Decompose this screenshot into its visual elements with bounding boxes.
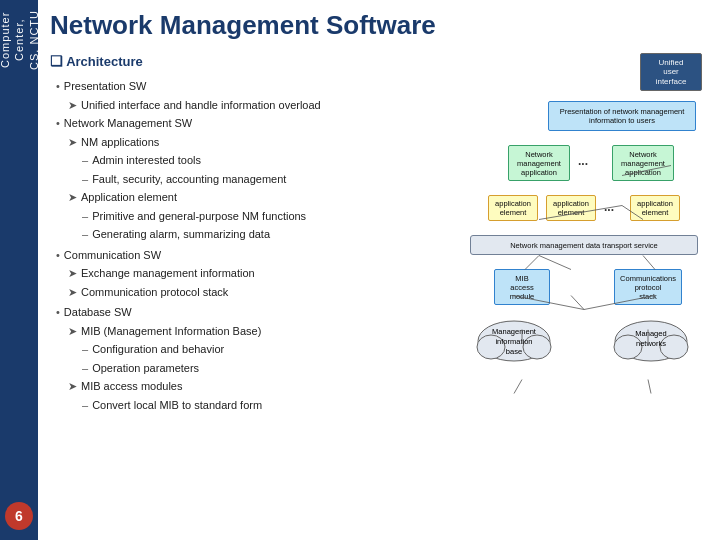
list-item: ➤ Application element xyxy=(68,189,412,206)
text-content: ❑ Architecture • Presentation SW ➤ Unifi… xyxy=(50,51,412,530)
list-item: ➤ NM applications xyxy=(68,134,412,151)
bullet-arrow: ➤ xyxy=(68,134,77,151)
app-el-3-box: applicationelement xyxy=(630,195,680,221)
bullet-dash: – xyxy=(82,397,88,414)
svg-line-13 xyxy=(571,296,584,310)
managed-networks-cloud: Managednetworks xyxy=(612,319,690,363)
bullet-dot: • xyxy=(56,115,60,132)
list-item: ➤ Unified interface and handle informati… xyxy=(68,97,412,114)
bullet-arrow: ➤ xyxy=(68,265,77,282)
nm-app-1-box: Networkmanagementapplication xyxy=(508,145,570,181)
sidebar-title: Computer Center, CS, NCTU xyxy=(0,10,40,70)
list-item: – Admin interested tools xyxy=(82,152,412,169)
dots-2: ··· xyxy=(604,203,614,217)
nm-app-2-box: Networkmanagementapplication xyxy=(612,145,674,181)
bullet-dash: – xyxy=(82,341,88,358)
svg-line-11 xyxy=(643,256,655,270)
diagram-container: Unifieduserinterface Presentation of net… xyxy=(420,51,710,530)
list-item: ➤ Communication protocol stack xyxy=(68,284,412,301)
list-item: • Database SW xyxy=(56,304,412,321)
bullet-arrow: ➤ xyxy=(68,284,77,301)
section-heading: ❑ Architecture xyxy=(50,51,412,72)
unified-ui-box: Unifieduserinterface xyxy=(640,53,702,91)
transport-box: Network management data transport servic… xyxy=(470,235,698,255)
svg-line-18 xyxy=(648,380,651,394)
app-el-1-box: applicationelement xyxy=(488,195,538,221)
comm-stack-box: Communicationsprotocolstack xyxy=(614,269,682,305)
list-item: ➤ MIB access modules xyxy=(68,378,412,395)
app-el-2-box: applicationelement xyxy=(546,195,596,221)
list-item: ➤ MIB (Management Information Base) xyxy=(68,323,412,340)
svg-line-10 xyxy=(539,256,571,270)
list-item: – Primitive and general-purpose NM funct… xyxy=(82,208,412,225)
page-number: 6 xyxy=(5,502,33,530)
list-item: ➤ Exchange management information xyxy=(68,265,412,282)
svg-line-9 xyxy=(525,256,539,270)
list-item: – Fault, security, accounting management xyxy=(82,171,412,188)
bullet-dot: • xyxy=(56,304,60,321)
architecture-diagram: Unifieduserinterface Presentation of net… xyxy=(420,51,710,530)
svg-line-17 xyxy=(514,380,522,394)
presentation-box: Presentation of network managementinform… xyxy=(548,101,696,131)
mib-module-box: MIBaccessmodule xyxy=(494,269,550,305)
list-item: • Network Management SW xyxy=(56,115,412,132)
bullet-dash: – xyxy=(82,226,88,243)
bullet-arrow: ➤ xyxy=(68,97,77,114)
dots-1: ··· xyxy=(578,157,588,171)
list-item: – Generating alarm, summarizing data xyxy=(82,226,412,243)
list-item: • Communication SW xyxy=(56,247,412,264)
bullet-dash: – xyxy=(82,208,88,225)
list-item: – Operation parameters xyxy=(82,360,412,377)
bullet-dash: – xyxy=(82,360,88,377)
list-item: • Presentation SW xyxy=(56,78,412,95)
main-content: Network Management Software ❑ Architectu… xyxy=(38,0,720,540)
list-item: – Convert local MIB to standard form xyxy=(82,397,412,414)
page-title: Network Management Software xyxy=(50,10,710,41)
sidebar: Computer Center, CS, NCTU 6 xyxy=(0,0,38,540)
bullet-dash: – xyxy=(82,152,88,169)
bullet-dot: • xyxy=(56,247,60,264)
bullet-dash: – xyxy=(82,171,88,188)
bullet-dot: • xyxy=(56,78,60,95)
bullet-arrow: ➤ xyxy=(68,323,77,340)
bullet-arrow: ➤ xyxy=(68,189,77,206)
bullet-arrow: ➤ xyxy=(68,378,77,395)
mib-cloud: Managementinformationbase xyxy=(475,319,553,363)
list-item: – Configuration and behavior xyxy=(82,341,412,358)
